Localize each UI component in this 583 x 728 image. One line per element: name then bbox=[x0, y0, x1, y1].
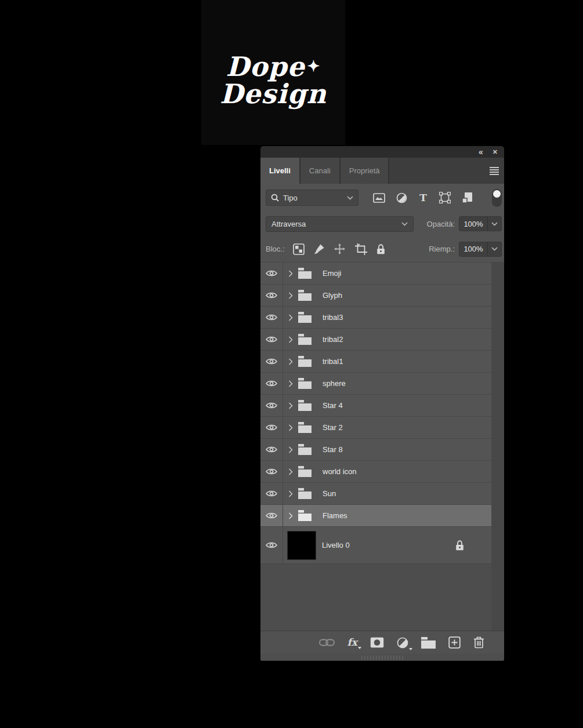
expand-chevron-icon[interactable] bbox=[288, 358, 293, 365]
layer-row[interactable]: tribal2 bbox=[260, 329, 491, 351]
filter-type-value: Tipo bbox=[283, 194, 298, 202]
layer-row[interactable]: Star 2 bbox=[260, 417, 491, 439]
search-icon bbox=[271, 194, 279, 202]
delete-layer-icon[interactable] bbox=[473, 636, 484, 649]
tab-canali[interactable]: Canali bbox=[300, 158, 341, 184]
new-group-icon[interactable] bbox=[421, 637, 436, 649]
blend-mode-value: Attraversa bbox=[271, 220, 306, 228]
blend-mode-dropdown[interactable]: Attraversa bbox=[266, 216, 414, 232]
svg-text:T: T bbox=[419, 193, 427, 203]
opacity-dropdown-chevron[interactable] bbox=[487, 217, 501, 231]
fill-value[interactable]: 100% bbox=[459, 245, 487, 253]
lock-pixels-icon[interactable] bbox=[313, 243, 325, 255]
adjustment-layer-icon[interactable] bbox=[397, 637, 408, 649]
group-folder-icon bbox=[298, 268, 312, 279]
expand-chevron-icon[interactable] bbox=[288, 402, 293, 409]
lock-transparency-icon[interactable] bbox=[293, 243, 305, 255]
group-folder-icon bbox=[298, 488, 312, 499]
expand-chevron-icon[interactable] bbox=[288, 490, 293, 497]
panel-titlebar: « ✕ bbox=[260, 146, 504, 158]
layer-name: Sun bbox=[323, 489, 336, 498]
lock-label: Bloc.: bbox=[266, 245, 285, 253]
layer-row[interactable]: Glyph bbox=[260, 285, 491, 307]
visibility-eye-icon[interactable] bbox=[260, 483, 283, 504]
layer-name: Flames bbox=[323, 511, 347, 520]
expand-chevron-icon[interactable] bbox=[288, 468, 293, 475]
layer-row[interactable]: sphere bbox=[260, 373, 491, 395]
visibility-eye-icon[interactable] bbox=[260, 439, 283, 460]
expand-chevron-icon[interactable] bbox=[288, 380, 293, 387]
pixel-layers-filter-icon[interactable] bbox=[373, 193, 385, 203]
layer-styles-icon[interactable]: fx bbox=[347, 638, 357, 647]
layer-thumbnail[interactable] bbox=[287, 531, 316, 560]
visibility-eye-icon[interactable] bbox=[260, 417, 283, 438]
layer-row[interactable]: Star 8 bbox=[260, 439, 491, 461]
expand-chevron-icon[interactable] bbox=[288, 512, 293, 519]
visibility-eye-icon[interactable] bbox=[260, 285, 283, 306]
lock-artboard-icon[interactable] bbox=[354, 243, 368, 255]
group-folder-icon bbox=[298, 356, 312, 367]
lock-position-icon[interactable] bbox=[334, 243, 346, 255]
lock-row: Bloc.: Riemp.: 100% bbox=[260, 236, 504, 263]
visibility-eye-icon[interactable] bbox=[260, 461, 283, 482]
layer-row[interactable]: tribal3 bbox=[260, 307, 491, 329]
scrollbar-track[interactable] bbox=[491, 263, 504, 631]
expand-chevron-icon[interactable] bbox=[288, 336, 293, 343]
visibility-eye-icon[interactable] bbox=[260, 373, 283, 394]
group-folder-icon bbox=[298, 378, 312, 389]
expand-chevron-icon[interactable] bbox=[288, 292, 293, 299]
smart-objects-filter-icon[interactable] bbox=[462, 192, 473, 203]
panel-tabbar: Livelli Canali Proprietà bbox=[260, 158, 504, 184]
logo-line-1: Dope✦ bbox=[226, 53, 321, 81]
expand-chevron-icon[interactable] bbox=[288, 446, 293, 453]
layer-name: Star 2 bbox=[323, 423, 343, 432]
layer-row-selected[interactable]: Flames bbox=[260, 505, 491, 527]
chevron-down-icon bbox=[401, 222, 408, 226]
add-mask-icon[interactable] bbox=[370, 637, 384, 648]
panel-footer-toolbar: fx bbox=[260, 631, 504, 654]
close-panel-icon[interactable]: ✕ bbox=[493, 149, 498, 155]
layer-row[interactable]: Star 4 bbox=[260, 395, 491, 417]
layer-filtering-toggle[interactable] bbox=[492, 189, 502, 207]
visibility-eye-icon[interactable] bbox=[260, 329, 283, 350]
layer-row[interactable]: world icon bbox=[260, 461, 491, 483]
collapse-panel-icon[interactable]: « bbox=[479, 148, 483, 156]
sparkle-icon: ✦ bbox=[307, 57, 321, 75]
expand-chevron-icon[interactable] bbox=[288, 314, 293, 321]
visibility-eye-icon[interactable] bbox=[260, 263, 283, 284]
resize-grip[interactable] bbox=[361, 656, 403, 660]
opacity-value[interactable]: 100% bbox=[459, 220, 487, 228]
shape-layers-filter-icon[interactable] bbox=[439, 192, 451, 203]
tab-proprieta[interactable]: Proprietà bbox=[341, 158, 390, 184]
layer-row[interactable]: tribal1 bbox=[260, 351, 491, 373]
caret-down-icon bbox=[409, 648, 412, 650]
link-layers-icon[interactable] bbox=[319, 639, 335, 646]
visibility-eye-icon[interactable] bbox=[260, 351, 283, 372]
layer-row[interactable]: Sun bbox=[260, 483, 491, 505]
fill-dropdown-chevron[interactable] bbox=[487, 242, 501, 256]
expand-chevron-icon[interactable] bbox=[288, 270, 293, 277]
visibility-eye-icon[interactable] bbox=[260, 395, 283, 416]
group-folder-icon bbox=[298, 400, 312, 411]
visibility-eye-icon[interactable] bbox=[260, 505, 283, 526]
visibility-eye-icon[interactable] bbox=[260, 307, 283, 328]
tab-livelli[interactable]: Livelli bbox=[260, 158, 300, 184]
layer-name: Star 4 bbox=[323, 401, 343, 410]
chevron-down-icon bbox=[347, 196, 353, 200]
tabbar-spacer bbox=[389, 158, 504, 184]
layer-row-background[interactable]: Livello 0 bbox=[260, 527, 491, 564]
expand-chevron-icon[interactable] bbox=[288, 424, 293, 431]
layer-name: Star 8 bbox=[323, 445, 343, 454]
visibility-eye-icon[interactable] bbox=[260, 527, 283, 563]
fill-label: Riemp.: bbox=[429, 245, 455, 253]
filter-row: Tipo T bbox=[260, 184, 504, 212]
type-layers-filter-icon[interactable]: T bbox=[418, 193, 428, 203]
layer-name: tribal2 bbox=[323, 335, 343, 344]
filter-type-dropdown[interactable]: Tipo bbox=[266, 190, 359, 206]
new-layer-icon[interactable] bbox=[448, 636, 461, 649]
layer-name: world icon bbox=[323, 467, 357, 476]
lock-all-icon[interactable] bbox=[376, 244, 385, 254]
panel-menu-icon[interactable] bbox=[490, 167, 499, 175]
adjustment-layers-filter-icon[interactable] bbox=[396, 192, 407, 203]
layer-row[interactable]: Emoji bbox=[260, 263, 491, 285]
